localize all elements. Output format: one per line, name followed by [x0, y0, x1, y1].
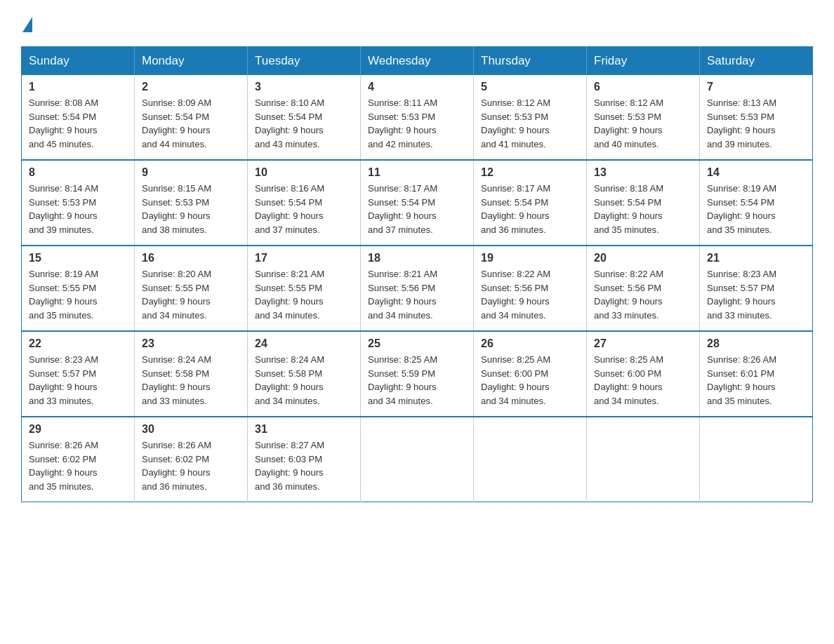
header-monday: Monday [135, 47, 248, 76]
day-info: Sunrise: 8:21 AMSunset: 5:56 PMDaylight:… [368, 269, 437, 321]
day-number: 13 [594, 166, 692, 179]
day-info: Sunrise: 8:20 AMSunset: 5:55 PMDaylight:… [142, 269, 211, 321]
calendar-cell: 5 Sunrise: 8:12 AMSunset: 5:53 PMDayligh… [474, 75, 587, 160]
day-number: 22 [29, 337, 127, 350]
day-info: Sunrise: 8:25 AMSunset: 6:00 PMDaylight:… [594, 354, 663, 406]
day-info: Sunrise: 8:09 AMSunset: 5:54 PMDaylight:… [142, 98, 211, 149]
day-number: 21 [707, 252, 805, 264]
day-info: Sunrise: 8:17 AMSunset: 5:54 PMDaylight:… [481, 183, 550, 235]
calendar-cell: 8 Sunrise: 8:14 AMSunset: 5:53 PMDayligh… [22, 160, 135, 246]
day-info: Sunrise: 8:12 AMSunset: 5:53 PMDaylight:… [481, 98, 550, 149]
calendar-week-row: 15 Sunrise: 8:19 AMSunset: 5:55 PMDaylig… [22, 246, 813, 331]
calendar-week-row: 8 Sunrise: 8:14 AMSunset: 5:53 PMDayligh… [22, 160, 813, 246]
calendar-cell [587, 417, 700, 502]
day-info: Sunrise: 8:14 AMSunset: 5:53 PMDaylight:… [29, 183, 98, 235]
calendar-cell: 15 Sunrise: 8:19 AMSunset: 5:55 PMDaylig… [22, 246, 135, 331]
day-info: Sunrise: 8:26 AMSunset: 6:02 PMDaylight:… [142, 440, 211, 492]
calendar-cell: 23 Sunrise: 8:24 AMSunset: 5:58 PMDaylig… [135, 331, 248, 417]
day-number: 15 [29, 252, 127, 264]
day-number: 29 [29, 423, 127, 436]
day-number: 24 [255, 337, 353, 350]
day-number: 2 [142, 81, 240, 93]
calendar-cell: 4 Sunrise: 8:11 AMSunset: 5:53 PMDayligh… [361, 75, 474, 160]
calendar-cell: 30 Sunrise: 8:26 AMSunset: 6:02 PMDaylig… [135, 417, 248, 502]
calendar-cell: 21 Sunrise: 8:23 AMSunset: 5:57 PMDaylig… [700, 246, 813, 331]
day-info: Sunrise: 8:24 AMSunset: 5:58 PMDaylight:… [142, 354, 211, 406]
day-info: Sunrise: 8:24 AMSunset: 5:58 PMDaylight:… [255, 354, 324, 406]
day-number: 5 [481, 81, 579, 93]
calendar-cell [361, 417, 474, 502]
calendar-cell: 19 Sunrise: 8:22 AMSunset: 5:56 PMDaylig… [474, 246, 587, 331]
calendar-cell: 17 Sunrise: 8:21 AMSunset: 5:55 PMDaylig… [248, 246, 361, 331]
day-info: Sunrise: 8:10 AMSunset: 5:54 PMDaylight:… [255, 98, 324, 149]
day-number: 30 [142, 423, 240, 436]
day-info: Sunrise: 8:25 AMSunset: 6:00 PMDaylight:… [481, 354, 550, 406]
day-number: 10 [255, 166, 353, 179]
day-number: 12 [481, 166, 579, 179]
day-info: Sunrise: 8:11 AMSunset: 5:53 PMDaylight:… [368, 98, 437, 149]
day-number: 27 [594, 337, 692, 350]
day-info: Sunrise: 8:26 AMSunset: 6:02 PMDaylight:… [29, 440, 98, 492]
day-number: 11 [368, 166, 466, 179]
calendar-cell: 22 Sunrise: 8:23 AMSunset: 5:57 PMDaylig… [22, 331, 135, 417]
day-info: Sunrise: 8:08 AMSunset: 5:54 PMDaylight:… [29, 98, 98, 149]
day-number: 17 [255, 252, 353, 264]
calendar-cell: 14 Sunrise: 8:19 AMSunset: 5:54 PMDaylig… [700, 160, 813, 246]
day-info: Sunrise: 8:22 AMSunset: 5:56 PMDaylight:… [481, 269, 550, 321]
day-number: 8 [29, 166, 127, 179]
calendar-week-row: 22 Sunrise: 8:23 AMSunset: 5:57 PMDaylig… [22, 331, 813, 417]
calendar-cell: 20 Sunrise: 8:22 AMSunset: 5:56 PMDaylig… [587, 246, 700, 331]
day-info: Sunrise: 8:18 AMSunset: 5:54 PMDaylight:… [594, 183, 663, 235]
calendar-week-row: 1 Sunrise: 8:08 AMSunset: 5:54 PMDayligh… [22, 75, 813, 160]
day-number: 7 [707, 81, 805, 93]
header-wednesday: Wednesday [361, 47, 474, 76]
calendar-cell: 27 Sunrise: 8:25 AMSunset: 6:00 PMDaylig… [587, 331, 700, 417]
day-number: 20 [594, 252, 692, 264]
day-number: 19 [481, 252, 579, 264]
calendar-cell: 9 Sunrise: 8:15 AMSunset: 5:53 PMDayligh… [135, 160, 248, 246]
calendar-cell: 25 Sunrise: 8:25 AMSunset: 5:59 PMDaylig… [361, 331, 474, 417]
calendar-cell: 28 Sunrise: 8:26 AMSunset: 6:01 PMDaylig… [700, 331, 813, 417]
header-friday: Friday [587, 47, 700, 76]
day-info: Sunrise: 8:23 AMSunset: 5:57 PMDaylight:… [29, 354, 98, 406]
day-number: 25 [368, 337, 466, 350]
day-info: Sunrise: 8:15 AMSunset: 5:53 PMDaylight:… [142, 183, 211, 235]
calendar-header-row: SundayMondayTuesdayWednesdayThursdayFrid… [22, 47, 813, 76]
calendar-table: SundayMondayTuesdayWednesdayThursdayFrid… [21, 46, 813, 502]
day-info: Sunrise: 8:19 AMSunset: 5:54 PMDaylight:… [707, 183, 776, 235]
day-number: 16 [142, 252, 240, 264]
day-number: 4 [368, 81, 466, 93]
day-number: 1 [29, 81, 127, 93]
day-info: Sunrise: 8:27 AMSunset: 6:03 PMDaylight:… [255, 440, 324, 492]
calendar-cell [700, 417, 813, 502]
day-info: Sunrise: 8:26 AMSunset: 6:01 PMDaylight:… [707, 354, 776, 406]
calendar-cell: 1 Sunrise: 8:08 AMSunset: 5:54 PMDayligh… [22, 75, 135, 160]
calendar-cell: 7 Sunrise: 8:13 AMSunset: 5:53 PMDayligh… [700, 75, 813, 160]
calendar-cell: 11 Sunrise: 8:17 AMSunset: 5:54 PMDaylig… [361, 160, 474, 246]
day-info: Sunrise: 8:19 AMSunset: 5:55 PMDaylight:… [29, 269, 98, 321]
day-number: 14 [707, 166, 805, 179]
calendar-week-row: 29 Sunrise: 8:26 AMSunset: 6:02 PMDaylig… [22, 417, 813, 502]
day-info: Sunrise: 8:17 AMSunset: 5:54 PMDaylight:… [368, 183, 437, 235]
page-header [21, 14, 813, 32]
day-info: Sunrise: 8:13 AMSunset: 5:53 PMDaylight:… [707, 98, 776, 149]
calendar-cell: 26 Sunrise: 8:25 AMSunset: 6:00 PMDaylig… [474, 331, 587, 417]
day-number: 28 [707, 337, 805, 350]
logo-triangle-icon [22, 17, 32, 32]
calendar-cell: 6 Sunrise: 8:12 AMSunset: 5:53 PMDayligh… [587, 75, 700, 160]
header-thursday: Thursday [474, 47, 587, 76]
calendar-cell: 2 Sunrise: 8:09 AMSunset: 5:54 PMDayligh… [135, 75, 248, 160]
calendar-cell: 3 Sunrise: 8:10 AMSunset: 5:54 PMDayligh… [248, 75, 361, 160]
day-number: 26 [481, 337, 579, 350]
calendar-cell: 24 Sunrise: 8:24 AMSunset: 5:58 PMDaylig… [248, 331, 361, 417]
calendar-cell: 16 Sunrise: 8:20 AMSunset: 5:55 PMDaylig… [135, 246, 248, 331]
header-sunday: Sunday [22, 47, 135, 76]
day-info: Sunrise: 8:12 AMSunset: 5:53 PMDaylight:… [594, 98, 663, 149]
logo [21, 14, 32, 32]
day-info: Sunrise: 8:16 AMSunset: 5:54 PMDaylight:… [255, 183, 324, 235]
day-info: Sunrise: 8:21 AMSunset: 5:55 PMDaylight:… [255, 269, 324, 321]
header-tuesday: Tuesday [248, 47, 361, 76]
calendar-cell: 18 Sunrise: 8:21 AMSunset: 5:56 PMDaylig… [361, 246, 474, 331]
calendar-cell: 29 Sunrise: 8:26 AMSunset: 6:02 PMDaylig… [22, 417, 135, 502]
calendar-cell: 10 Sunrise: 8:16 AMSunset: 5:54 PMDaylig… [248, 160, 361, 246]
